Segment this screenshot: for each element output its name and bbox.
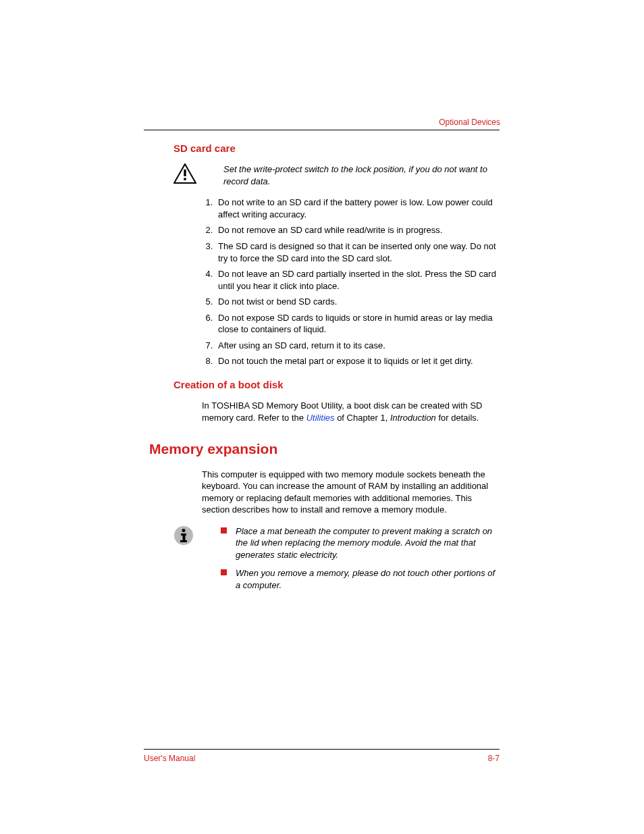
text: of Chapter 1, (335, 413, 390, 423)
list-item: Do not twist or bend SD cards. (215, 296, 500, 308)
svg-rect-1 (184, 170, 186, 176)
footer-manual-label: User's Manual (144, 753, 195, 764)
info-block: Place a mat beneath the computer to prev… (173, 525, 500, 598)
svg-point-4 (182, 529, 186, 532)
footer-page-number: 8-7 (488, 753, 500, 764)
sd-care-list: Do not write to an SD card if the batter… (173, 197, 500, 367)
content-area: SD card care Set the write-protect switc… (173, 142, 500, 598)
list-item: Do not remove an SD card while read/writ… (215, 224, 500, 236)
memory-expansion-intro: This computer is equipped with two memor… (173, 469, 500, 516)
header-section-label: Optional Devices (439, 117, 500, 128)
info-icon (173, 525, 194, 546)
svg-rect-2 (184, 178, 186, 180)
caution-icon (173, 163, 196, 184)
list-item: Do not expose SD cards to liquids or sto… (215, 312, 500, 336)
info-bullets: Place a mat beneath the computer to prev… (203, 525, 500, 598)
chapter-name: Introduction (390, 413, 436, 423)
list-item: Place a mat beneath the computer to prev… (221, 525, 500, 561)
list-item: Do not write to an SD card if the batter… (215, 197, 500, 220)
list-item: When you remove a memory, please do not … (221, 567, 500, 591)
list-item: Do not touch the metal part or expose it… (215, 355, 500, 367)
boot-disk-paragraph: In TOSHIBA SD Memory Boot Utility, a boo… (173, 400, 500, 423)
heading-sd-card-care: SD card care (173, 142, 500, 155)
heading-memory-expansion: Memory expansion (149, 440, 500, 459)
utilities-link[interactable]: Utilities (306, 413, 335, 423)
footer-rule (144, 749, 500, 750)
heading-boot-disk: Creation of a boot disk (173, 378, 500, 392)
svg-rect-7 (180, 540, 187, 542)
caution-block: Set the write-protect switch to the lock… (173, 163, 500, 187)
page: Optional Devices SD card care Set the wr… (0, 0, 644, 834)
list-item: The SD card is designed so that it can b… (215, 240, 500, 264)
header-rule (144, 130, 500, 130)
svg-rect-6 (183, 533, 186, 541)
caution-text: Set the write-protect switch to the lock… (206, 163, 500, 187)
list-item: Do not leave an SD card partially insert… (215, 268, 500, 292)
list-item: After using an SD card, return it to its… (215, 340, 500, 352)
text: for details. (436, 413, 479, 423)
